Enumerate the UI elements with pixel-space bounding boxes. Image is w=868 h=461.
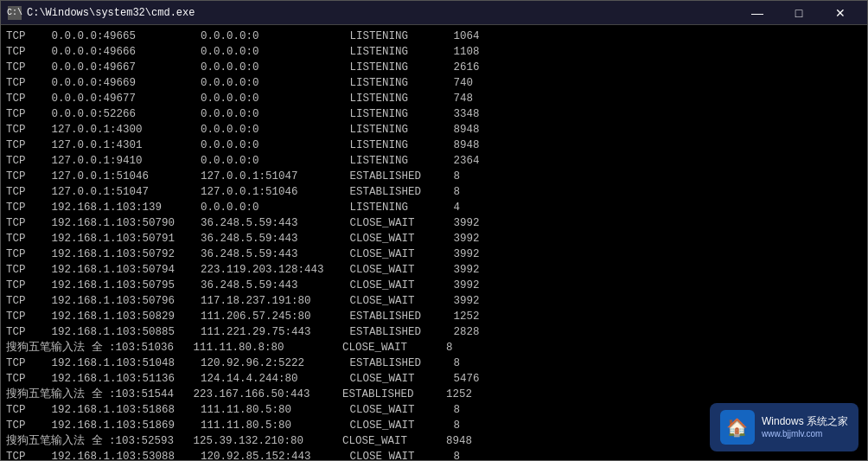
terminal-output: TCP 0.0.0.0:49665 0.0.0.0:0 LISTENING 10… xyxy=(6,29,862,460)
watermark: 🏠 Windows 系统之家 www.bjjmlv.com xyxy=(710,403,858,451)
window-title: C:\Windows\system32\cmd.exe xyxy=(27,7,737,19)
watermark-brand: Windows 系统之家 xyxy=(762,414,848,429)
app-icon: C:\ xyxy=(8,6,22,20)
watermark-site: www.bjjmlv.com xyxy=(762,428,848,440)
close-button[interactable]: ✕ xyxy=(820,1,860,25)
cmd-window: C:\ C:\Windows\system32\cmd.exe — □ ✕ TC… xyxy=(0,0,868,461)
maximize-button[interactable]: □ xyxy=(779,1,819,25)
watermark-icon: 🏠 xyxy=(720,410,755,445)
minimize-button[interactable]: — xyxy=(737,1,777,25)
watermark-text: Windows 系统之家 www.bjjmlv.com xyxy=(762,414,848,441)
title-bar: C:\ C:\Windows\system32\cmd.exe — □ ✕ xyxy=(1,1,867,25)
terminal-body: TCP 0.0.0.0:49665 0.0.0.0:0 LISTENING 10… xyxy=(1,25,867,460)
window-controls: — □ ✕ xyxy=(737,1,860,25)
